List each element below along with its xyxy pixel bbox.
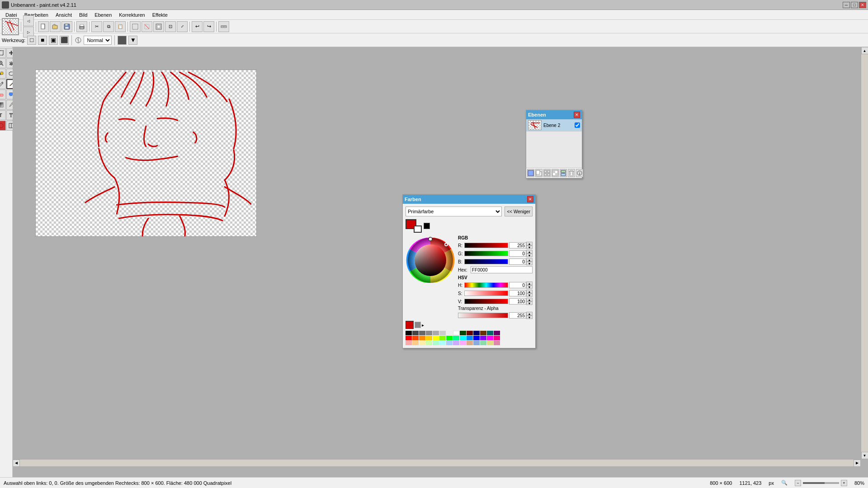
- layer-item-2[interactable]: Ebene 2: [526, 119, 582, 131]
- v-up[interactable]: ▲: [526, 298, 533, 301]
- s-up[interactable]: ▲: [526, 290, 533, 293]
- undo-button[interactable]: ↩: [192, 21, 203, 32]
- tool-text[interactable]: T: [0, 110, 6, 120]
- layers-close-button[interactable]: ✕: [574, 112, 580, 118]
- g-input[interactable]: 0: [509, 250, 526, 257]
- scroll-right-btn[interactable]: ▶: [854, 460, 861, 467]
- v-scrollbar[interactable]: ▲ ▼: [861, 47, 868, 459]
- swatch-light-blue[interactable]: [446, 341, 453, 345]
- alpha-up[interactable]: ▲: [526, 312, 533, 315]
- swatch-medium-gray[interactable]: [426, 331, 432, 335]
- less-button[interactable]: << Weniger: [505, 206, 533, 216]
- primary-color-select[interactable]: Primärfarbe: [406, 206, 502, 216]
- b-input[interactable]: 0: [509, 258, 526, 265]
- swatch-mint[interactable]: [453, 336, 459, 340]
- v-down[interactable]: ▼: [526, 301, 533, 305]
- b-down[interactable]: ▼: [526, 262, 533, 265]
- swatch-tan[interactable]: [467, 341, 473, 345]
- swatch-dark-gray[interactable]: [412, 331, 419, 335]
- colors-close-button[interactable]: ✕: [527, 196, 533, 202]
- tool-eraser[interactable]: [0, 89, 6, 99]
- color-square-btn[interactable]: [118, 36, 127, 45]
- layer-merge-btn[interactable]: [560, 169, 567, 177]
- r-down[interactable]: ▼: [526, 245, 533, 249]
- g-down[interactable]: ▼: [526, 253, 533, 257]
- menu-datei[interactable]: Datei: [2, 11, 21, 19]
- blend-mode-select[interactable]: Normal: [84, 36, 112, 45]
- scroll-up-btn[interactable]: ▲: [861, 47, 868, 54]
- h-up[interactable]: ▲: [526, 282, 533, 285]
- h-slider[interactable]: [464, 282, 508, 288]
- swatch-mauve[interactable]: [494, 341, 500, 345]
- color-option-dropdown[interactable]: ▼: [128, 36, 137, 45]
- canvas[interactable]: [35, 70, 257, 237]
- swatch-sea-green[interactable]: [480, 341, 486, 345]
- cut-button[interactable]: ✂: [91, 21, 102, 32]
- hex-input[interactable]: FF0000: [471, 266, 533, 273]
- swatch-light-pink[interactable]: [406, 341, 412, 345]
- redo-button[interactable]: ↪: [203, 21, 214, 32]
- recent-color-1[interactable]: [406, 321, 414, 329]
- paste-button[interactable]: 📋: [115, 21, 126, 32]
- swatch-steel-blue[interactable]: [473, 341, 480, 345]
- swatch-bright-yellow[interactable]: [433, 336, 439, 340]
- swatch-khaki[interactable]: [487, 341, 493, 345]
- swatch-black[interactable]: [406, 331, 412, 335]
- v-input[interactable]: 100: [509, 298, 526, 305]
- tool-shapes[interactable]: [0, 121, 6, 131]
- menu-ebenen[interactable]: Ebenen: [91, 11, 115, 19]
- menu-bild[interactable]: Bild: [75, 11, 91, 19]
- h-scrollbar[interactable]: ◀ ▶: [13, 459, 861, 466]
- resize-button[interactable]: ⤢: [177, 21, 188, 32]
- swatch-lavender[interactable]: [453, 341, 459, 345]
- size-large[interactable]: ▣: [49, 36, 58, 45]
- layer-properties-btn[interactable]: [576, 169, 583, 177]
- swatch-light-cyan[interactable]: [439, 341, 446, 345]
- print-button[interactable]: [76, 21, 87, 32]
- swatch-cyan[interactable]: [460, 336, 466, 340]
- swatch-teal[interactable]: [487, 331, 493, 335]
- save-button[interactable]: [61, 21, 72, 32]
- scroll-left-btn[interactable]: ◀: [13, 460, 20, 467]
- layer-visibility-2[interactable]: [575, 122, 580, 128]
- zoom-slider[interactable]: [803, 482, 839, 484]
- s-down[interactable]: ▼: [526, 293, 533, 297]
- swatch-sky-blue[interactable]: [467, 336, 473, 340]
- h-input[interactable]: 0: [509, 282, 526, 288]
- zoom-out-btn[interactable]: −: [795, 480, 801, 486]
- v-slider[interactable]: [464, 299, 508, 304]
- open-button[interactable]: [50, 21, 61, 32]
- zoom-in-btn[interactable]: +: [841, 480, 847, 486]
- swatch-lighter-gray[interactable]: [439, 331, 446, 335]
- swatch-purple[interactable]: [494, 331, 500, 335]
- swatch-yellow-green[interactable]: [439, 336, 446, 340]
- b-up[interactable]: ▲: [526, 258, 533, 262]
- swatch-near-white[interactable]: [446, 331, 453, 335]
- h-down[interactable]: ▼: [526, 285, 533, 289]
- swatch-orange-red[interactable]: [412, 336, 419, 340]
- alpha-down[interactable]: ▼: [526, 315, 533, 319]
- more-colors-btn[interactable]: ▸: [422, 323, 424, 328]
- g-slider[interactable]: [464, 251, 508, 256]
- s-input[interactable]: 100: [509, 290, 526, 296]
- tool-pencil[interactable]: [0, 79, 6, 89]
- swatch-dark-red[interactable]: [467, 331, 473, 335]
- menu-korrekturen[interactable]: Korrekturen: [115, 11, 148, 19]
- swatch-light-yellow[interactable]: [419, 341, 425, 345]
- ruler-button[interactable]: [218, 21, 229, 32]
- tool-magic-wand[interactable]: [0, 69, 6, 79]
- b-slider[interactable]: [464, 259, 508, 264]
- layer-grid-btn[interactable]: [543, 169, 551, 177]
- swatch-violet[interactable]: [480, 336, 486, 340]
- maximize-button[interactable]: □: [851, 2, 858, 8]
- alpha-slider[interactable]: [458, 313, 508, 318]
- swatch-magenta[interactable]: [487, 336, 493, 340]
- tool-zoom[interactable]: [0, 58, 6, 68]
- swatch-light-mint[interactable]: [433, 341, 439, 345]
- layer-checker-btn[interactable]: [552, 169, 559, 177]
- layer-add-btn[interactable]: [535, 169, 542, 177]
- menu-ansicht[interactable]: Ansicht: [52, 11, 75, 19]
- crop-button[interactable]: ⊡: [165, 21, 176, 32]
- scroll-down-btn[interactable]: ▼: [861, 452, 868, 459]
- r-input[interactable]: 255: [509, 242, 526, 249]
